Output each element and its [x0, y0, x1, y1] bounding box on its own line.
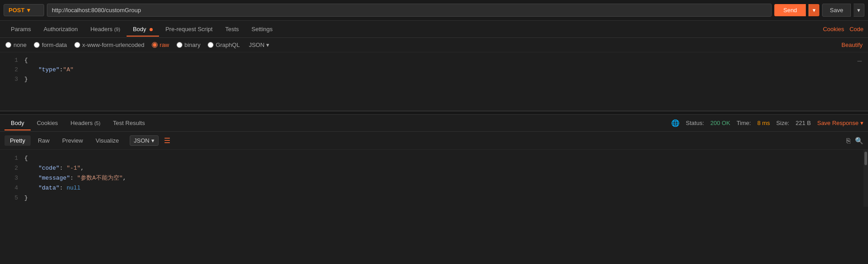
cookies-link[interactable]: Cookies — [823, 26, 844, 32]
save-button[interactable]: Save — [822, 4, 851, 17]
save-dropdown[interactable]: ▾ — [854, 4, 864, 17]
body-binary[interactable]: binary — [177, 42, 200, 48]
copy-button[interactable]: ⎘ — [846, 137, 850, 144]
tab-settings[interactable]: Settings — [245, 22, 279, 36]
tab-tests[interactable]: Tests — [219, 22, 245, 36]
resp-subtab-raw[interactable]: Raw — [32, 135, 55, 146]
scrollbar-thumb[interactable] — [864, 152, 867, 165]
request-tabs: Params Authorization Headers (9) Body Pr… — [0, 21, 868, 38]
tab-prerequest[interactable]: Pre-request Script — [159, 22, 219, 36]
resp-json-select[interactable]: JSON ▾ — [130, 135, 159, 146]
req-line-2: 2 "type":"A" — [0, 65, 868, 75]
scrollbar-vertical[interactable] — [863, 150, 868, 207]
body-dot — [150, 28, 153, 31]
json-dropdown[interactable]: JSON ▾ — [249, 42, 269, 48]
body-none[interactable]: none — [5, 42, 27, 48]
url-input[interactable] — [47, 4, 772, 17]
method-select[interactable]: POST ▾ — [4, 4, 44, 16]
status-label: Status: — [686, 120, 704, 126]
globe-icon: 🌐 — [671, 119, 680, 127]
send-button[interactable]: Send — [774, 4, 806, 16]
resp-subtab-preview[interactable]: Preview — [57, 135, 88, 146]
body-form-data[interactable]: form-data — [34, 42, 67, 48]
headers-badge: (9) — [114, 27, 120, 32]
request-code-area[interactable]: 1 { 2 "type":"A" 3 } — — [0, 52, 868, 111]
req-line-3: 3 } — [0, 75, 868, 84]
response-tabs: Body Cookies Headers (5) Test Results 🌐 … — [0, 115, 868, 132]
size-label: Size: — [776, 120, 789, 126]
beautify-button[interactable]: Beautify — [841, 42, 863, 48]
resp-tab-test-results[interactable]: Test Results — [107, 116, 151, 130]
resp-right-icons: ⎘ 🔍 — [846, 137, 863, 145]
json-type-label: JSON — [249, 42, 264, 48]
body-type-row: none form-data x-www-form-urlencoded raw… — [0, 38, 868, 52]
resp-line-3: 3 "message": "参数A不能为空", — [0, 173, 868, 183]
size-value: 221 B — [795, 120, 811, 126]
save-response-button[interactable]: Save Response ▾ — [817, 120, 863, 126]
resp-line-2: 2 "code": "-1", — [0, 163, 868, 173]
resp-tab-body[interactable]: Body — [5, 116, 31, 130]
search-button[interactable]: 🔍 — [855, 137, 863, 145]
response-meta: 🌐 Status: 200 OK Time: 8 ms Size: 221 B … — [671, 119, 863, 127]
resp-json-chevron: ▾ — [151, 137, 155, 144]
method-chevron: ▾ — [27, 7, 30, 14]
panel-divider — [0, 111, 868, 115]
time-label: Time: — [736, 120, 751, 126]
method-label: POST — [9, 7, 24, 14]
status-value: 200 OK — [710, 120, 730, 126]
body-urlencoded[interactable]: x-www-form-urlencoded — [74, 42, 145, 48]
tab-params[interactable]: Params — [5, 22, 37, 36]
response-subtabs: Pretty Raw Preview Visualize JSON ▾ ☰ ⎘ … — [0, 132, 868, 150]
req-line-1: 1 { — [0, 56, 868, 65]
resp-subtab-pretty[interactable]: Pretty — [5, 135, 31, 146]
resp-subtab-visualize[interactable]: Visualize — [90, 135, 124, 146]
resp-headers-badge: (5) — [94, 120, 100, 126]
json-chevron: ▾ — [266, 42, 269, 48]
wrap-button[interactable]: ☰ — [160, 134, 174, 147]
resp-line-5: 5 } — [0, 193, 868, 203]
tab-right-links: Cookies Code — [823, 26, 863, 32]
body-raw[interactable]: raw — [152, 42, 169, 48]
tab-body[interactable]: Body — [127, 22, 159, 36]
resp-tab-cookies[interactable]: Cookies — [31, 116, 64, 130]
tab-authorization[interactable]: Authorization — [37, 22, 84, 36]
response-code-area[interactable]: 1 { 2 "code": "-1", 3 "message": "参数A不能为… — [0, 150, 868, 207]
resp-line-1: 1 { — [0, 153, 868, 163]
minimize-button[interactable]: — — [857, 56, 862, 68]
resp-tab-headers[interactable]: Headers (5) — [64, 116, 107, 130]
send-dropdown[interactable]: ▾ — [809, 4, 819, 16]
code-link[interactable]: Code — [850, 26, 863, 32]
tab-headers[interactable]: Headers (9) — [84, 22, 127, 36]
save-response-chevron: ▾ — [860, 120, 863, 126]
time-value: 8 ms — [757, 120, 770, 126]
body-graphql[interactable]: GraphQL — [208, 42, 240, 48]
top-bar: POST ▾ Send ▾ Save ▾ — [0, 0, 868, 21]
resp-line-4: 4 "data": null — [0, 183, 868, 193]
